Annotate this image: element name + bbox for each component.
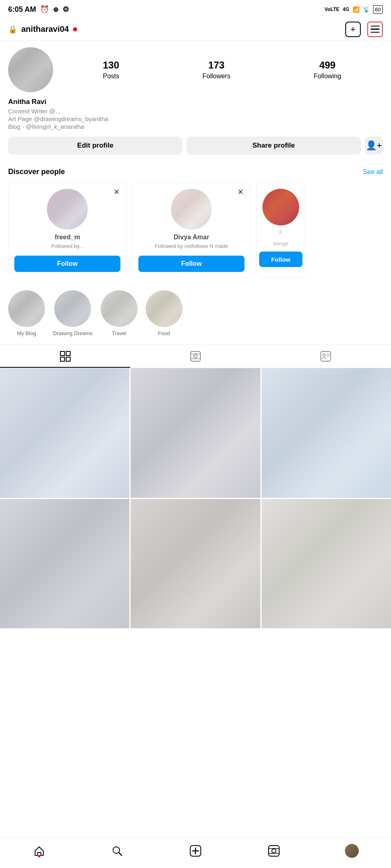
highlight-3-circle [101, 290, 138, 327]
reels-icon [190, 351, 201, 362]
card-1-name: freed_m [14, 234, 120, 241]
nav-profile-button[interactable] [342, 842, 362, 860]
card-1-avatar-image [47, 189, 88, 230]
content-tabs [0, 345, 391, 368]
highlight-2-circle [54, 290, 91, 327]
highlight-2[interactable]: Drawing Dreams [53, 290, 93, 336]
hamburger-line-2 [371, 29, 380, 30]
discover-header: Discover people See all [8, 168, 383, 176]
follow-card-1-button[interactable]: Follow [14, 256, 120, 272]
nav-search-button[interactable] [107, 842, 127, 860]
nav-reels-button[interactable] [264, 842, 284, 860]
battery-icon: 60 [373, 5, 383, 14]
grid-item-5[interactable] [131, 499, 260, 628]
tab-grid[interactable] [0, 345, 130, 368]
add-icon [190, 845, 201, 857]
bottom-nav [0, 837, 391, 868]
status-left: 6:05 AM ⏰ ⊕ ⚙ [8, 5, 69, 14]
discover-title: Discover people [8, 168, 65, 176]
share-profile-button[interactable]: Share profile [187, 137, 361, 155]
grid-item-2[interactable] [131, 368, 260, 497]
nav-home-button[interactable] [29, 842, 49, 860]
card-2-avatar-image [171, 189, 212, 230]
grid-item-3[interactable] [262, 368, 391, 497]
add-post-button[interactable]: + [345, 22, 361, 37]
svg-rect-2 [60, 357, 64, 361]
nav-add-button[interactable] [185, 842, 206, 860]
nav-bar: 🔒 anitharavi04 + [0, 18, 391, 41]
svg-point-5 [194, 355, 197, 358]
profile-avatar[interactable] [8, 47, 53, 92]
highlight-3-label: Travel [112, 330, 127, 336]
tab-tagged[interactable] [261, 345, 391, 368]
profile-name: Anitha Ravi [8, 98, 383, 106]
status-right: VoLTE 4G 📶 📡 60 [324, 5, 383, 14]
following-label: Following [313, 73, 341, 80]
menu-button[interactable] [367, 22, 383, 37]
highlight-2-label: Drawing Dreams [53, 330, 93, 336]
add-friend-button[interactable]: 👤+ [365, 137, 383, 155]
followers-stat[interactable]: 173 Followers [202, 60, 230, 80]
follow-card-3-button[interactable]: Follow [259, 252, 302, 267]
close-card-2-button[interactable]: ✕ [235, 186, 246, 198]
volte-icon: VoLTE [324, 7, 339, 12]
see-all-link[interactable]: See all [363, 168, 383, 176]
highlight-4-circle [146, 290, 182, 327]
status-time: 6:05 AM [8, 5, 36, 14]
following-stat[interactable]: 499 Following [313, 60, 341, 80]
discover-card-2: ✕ Divya Amar Followed by notfollows N ma… [132, 182, 251, 278]
posts-stat[interactable]: 130 Posts [103, 60, 119, 80]
profile-section: 130 Posts 173 Followers 499 Following An… [0, 41, 391, 168]
highlight-1-image [8, 290, 45, 327]
reels-nav-icon [268, 845, 280, 857]
tagged-icon [320, 351, 331, 362]
bio-line-3: Blog - @livingirl_k_ananitha [8, 123, 383, 130]
edit-profile-button[interactable]: Edit profile [8, 137, 182, 155]
wifi-icon: 📡 [363, 6, 370, 13]
bio-line-2: Art Page @drawingdreams_byanitha [8, 115, 383, 122]
close-card-1-button[interactable]: ✕ [111, 186, 122, 198]
avatar-image [8, 47, 53, 92]
followers-count: 173 [208, 60, 224, 71]
discover-card-3: F livingir Follow [256, 182, 305, 278]
discover-cards-container: ✕ freed_m Followed by... Follow ✕ Divya … [8, 182, 383, 278]
tab-reels[interactable] [130, 345, 260, 368]
highlights-section: My Blog Drawing Dreams Travel Food [0, 286, 391, 345]
bio-section: Anitha Ravi Content Writer @... Art Page… [8, 98, 383, 137]
posts-count: 130 [103, 60, 119, 71]
highlight-2-image [54, 290, 91, 327]
profile-avatar-nav [345, 844, 359, 858]
nav-right: + [345, 22, 383, 37]
grid-item-4[interactable] [0, 499, 129, 628]
follow-card-2-button[interactable]: Follow [138, 256, 244, 272]
nav-username[interactable]: anitharavi04 [21, 24, 69, 34]
highlight-4-image [146, 290, 182, 327]
card-3-name: F [257, 230, 305, 236]
hamburger-line-1 [371, 26, 380, 27]
lock-icon: 🔒 [8, 25, 17, 34]
highlight-1-label: My Blog [17, 330, 36, 336]
action-buttons: Edit profile Share profile 👤+ [8, 137, 383, 155]
plus-icon: + [351, 24, 356, 35]
photo-grid [0, 368, 391, 628]
grid-item-6[interactable] [262, 499, 391, 628]
discover-people-section: Discover people See all ✕ freed_m Follow… [0, 168, 391, 278]
status-bar: 6:05 AM ⏰ ⊕ ⚙ VoLTE 4G 📶 📡 60 [0, 0, 391, 18]
network-4g-icon: 4G [343, 7, 349, 12]
posts-label: Posts [103, 73, 119, 80]
stats-container: 130 Posts 173 Followers 499 Following [61, 60, 383, 80]
highlight-1[interactable]: My Blog [8, 290, 45, 336]
grid-item-1[interactable] [0, 368, 129, 497]
card-2-name: Divya Amar [138, 234, 244, 241]
settings-icon: ⚙ [62, 5, 69, 14]
home-notification-dot [38, 855, 40, 857]
hamburger-line-3 [371, 32, 380, 33]
notification-dot [73, 27, 77, 31]
highlight-3[interactable]: Travel [101, 290, 138, 336]
highlight-4[interactable]: Food [146, 290, 182, 336]
highlight-4-label: Food [158, 330, 170, 336]
activity-icon: ⊕ [53, 6, 58, 13]
svg-rect-0 [60, 351, 64, 356]
signal-icon: 📶 [353, 6, 360, 13]
highlights-row: My Blog Drawing Dreams Travel Food [8, 290, 383, 336]
